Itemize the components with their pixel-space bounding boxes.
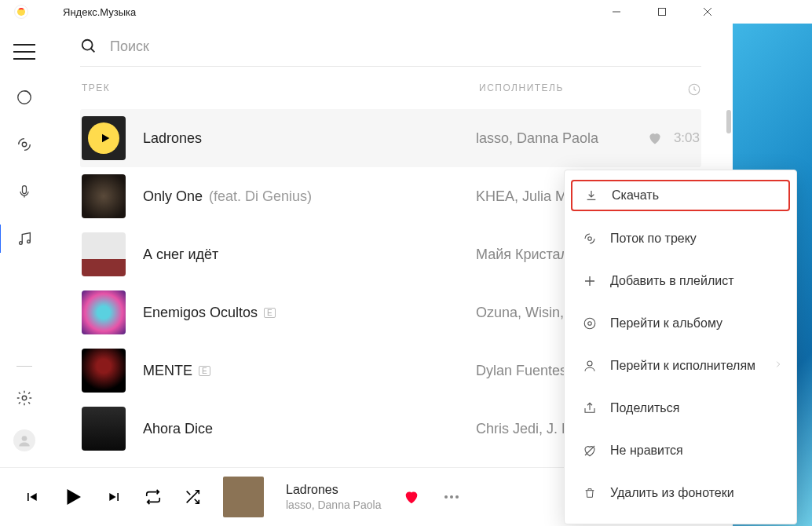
scrollbar-thumb[interactable]	[726, 110, 731, 133]
svg-point-19	[588, 322, 592, 326]
user-avatar[interactable]	[13, 429, 35, 451]
context-menu-item[interactable]: Скачать	[571, 180, 790, 211]
track-cover[interactable]	[82, 232, 126, 276]
track-context-menu: СкачатьПоток по трекуДобавить в плейлист…	[564, 170, 797, 524]
context-menu-label: Не нравится	[610, 444, 683, 458]
svg-point-7	[20, 242, 23, 245]
radio-icon	[582, 231, 598, 247]
plus-icon	[582, 273, 598, 289]
context-menu-item[interactable]: Поток по треку	[565, 217, 796, 260]
svg-point-20	[587, 361, 592, 366]
context-menu-item[interactable]: Добавить в плейлист	[565, 260, 796, 302]
track-title: Ladrones	[143, 130, 476, 147]
player-track-title: Ladrones	[286, 483, 381, 497]
user-icon	[582, 358, 598, 374]
track-cover[interactable]	[82, 174, 126, 218]
header-track: ТРЕК	[82, 82, 479, 97]
context-menu-item[interactable]: Поделиться	[565, 387, 796, 429]
svg-point-8	[27, 240, 31, 243]
window-title: Яндекс.Музыка	[63, 6, 136, 18]
track-artist: lasso, Danna Paola	[476, 130, 647, 147]
context-menu-item[interactable]: Перейти к исполнителям	[565, 345, 796, 387]
svg-point-18	[584, 318, 595, 329]
context-menu-label: Поделиться	[610, 401, 679, 415]
context-menu-label: Скачать	[612, 188, 659, 203]
search-input[interactable]	[110, 38, 701, 55]
header-duration-icon	[662, 82, 701, 97]
sidebar-disc-icon[interactable]	[15, 88, 34, 107]
share-icon	[582, 400, 598, 416]
track-title: Enemigos Ocultos E	[143, 305, 476, 321]
sidebar-mic-icon[interactable]	[15, 182, 34, 201]
track-duration: 3:03	[674, 130, 700, 146]
context-menu-label: Удалить из фонотеки	[610, 486, 734, 500]
explicit-badge: E	[199, 366, 210, 376]
context-menu-label: Добавить в плейлист	[610, 274, 734, 288]
sidebar-settings-icon[interactable]	[15, 389, 34, 407]
hamburger-menu-button[interactable]	[13, 44, 35, 60]
minimize-button[interactable]	[599, 0, 634, 24]
context-menu-item[interactable]: Перейти к альбому	[565, 302, 796, 345]
dislike-icon	[582, 443, 598, 458]
track-title: MENTE E	[143, 363, 476, 379]
trash-icon	[582, 485, 598, 501]
explicit-badge: E	[264, 308, 276, 318]
player-shuffle-button[interactable]	[184, 488, 201, 506]
search-bar	[80, 24, 701, 67]
svg-point-10	[22, 436, 27, 441]
track-cover[interactable]	[82, 290, 126, 334]
download-icon	[583, 188, 599, 203]
sidebar-divider	[16, 366, 32, 367]
track-row[interactable]: Ladroneslasso, Danna Paola3:03	[80, 109, 701, 167]
context-menu-item[interactable]: Удалить из фонотеки	[565, 472, 796, 514]
player-track-artist: lasso, Danna Paola	[286, 499, 381, 511]
context-menu-label: Перейти к исполнителям	[610, 359, 755, 373]
app-logo-icon	[14, 5, 28, 19]
column-headers: ТРЕК ИСПОЛНИТЕЛЬ	[80, 67, 701, 109]
play-icon[interactable]	[88, 122, 119, 154]
context-menu-item[interactable]: Не нравится	[565, 429, 796, 472]
player-repeat-button[interactable]	[144, 488, 162, 506]
context-menu-label: Поток по треку	[610, 232, 697, 246]
player-play-button[interactable]	[61, 485, 85, 509]
track-cover[interactable]	[82, 116, 126, 160]
track-cover[interactable]	[82, 349, 126, 393]
maximize-button[interactable]	[645, 0, 679, 24]
svg-point-17	[588, 237, 592, 241]
svg-point-15	[450, 495, 453, 499]
svg-point-5	[22, 142, 27, 147]
close-button[interactable]	[690, 0, 725, 24]
context-menu-label: Перейти к альбому	[610, 316, 722, 331]
player-prev-button[interactable]	[24, 489, 39, 505]
player-cover-art[interactable]	[223, 477, 264, 517]
track-title: Only One (feat. Di Genius)	[143, 188, 476, 205]
svg-point-14	[444, 495, 448, 499]
player-next-button[interactable]	[107, 489, 123, 505]
player-like-button[interactable]	[403, 488, 420, 506]
track-title: Ahora Dice	[143, 421, 476, 437]
sidebar-library-icon[interactable]	[15, 229, 34, 248]
svg-point-16	[455, 495, 459, 499]
svg-point-11	[82, 40, 93, 50]
svg-rect-6	[23, 186, 27, 194]
chevron-right-icon	[774, 359, 782, 373]
svg-rect-1	[659, 9, 666, 16]
disc-icon	[582, 316, 598, 331]
heart-icon[interactable]	[647, 130, 663, 146]
header-artist: ИСПОЛНИТЕЛЬ	[479, 82, 662, 97]
sidebar-radio-icon[interactable]	[15, 135, 34, 154]
svg-point-9	[22, 396, 27, 400]
track-title: А снег идёт	[143, 247, 476, 263]
sidebar	[0, 24, 49, 467]
track-cover[interactable]	[82, 407, 126, 451]
search-icon	[80, 38, 97, 55]
svg-line-12	[91, 49, 95, 53]
titlebar: Яндекс.Музыка	[0, 0, 733, 24]
player-more-button[interactable]	[442, 488, 461, 506]
app-window: Яндекс.Музыка ТРЕК ИСПОЛНИ	[0, 0, 733, 526]
